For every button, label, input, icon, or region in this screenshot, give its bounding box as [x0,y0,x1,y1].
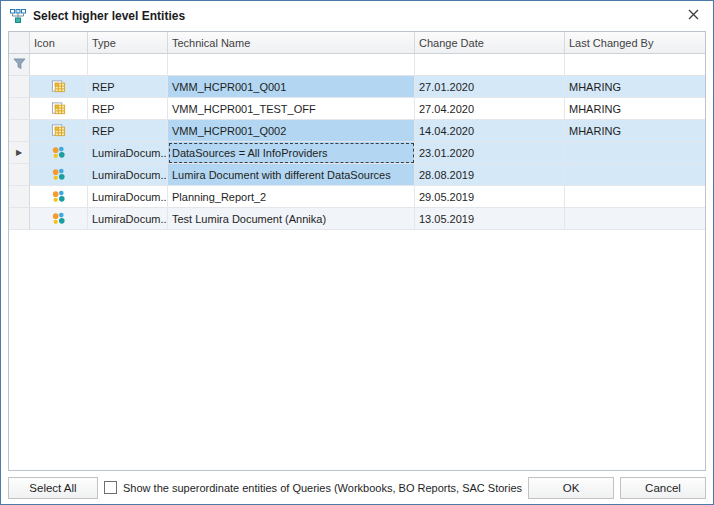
type-cell: REP [88,120,168,142]
table-row[interactable]: REPVMM_HCPR001_Q00127.01.2020MHARING [9,76,705,98]
column-header-technical-name[interactable]: Technical Name [168,32,415,53]
table-row[interactable]: REPVMM_HCPR001_Q00214.04.2020MHARING [9,120,705,142]
column-header-last-changed-by[interactable]: Last Changed By [565,32,705,53]
row-indicator [9,208,30,230]
table-row[interactable]: ▶LumiraDocum...DataSources = All InfoPro… [9,142,705,164]
change-date-cell: 29.05.2019 [415,186,565,208]
column-header-icon[interactable]: Icon [30,32,88,53]
entity-icon-cell [30,142,88,164]
lumira-icon [51,167,66,182]
select-all-button[interactable]: Select All [8,477,98,499]
entity-icon-cell [30,164,88,186]
current-row-arrow-icon: ▶ [16,149,22,157]
dialog-title: Select higher level Entities [33,9,675,23]
superordinate-checkbox[interactable] [104,481,117,494]
technical-name-cell[interactable]: VMM_HCPR001_Q001 [168,76,415,98]
technical-name-cell[interactable]: Lumira Document with different DataSourc… [168,164,415,186]
footer-bar: Select All Show the superordinate entiti… [1,471,713,504]
entity-icon-cell [30,98,88,120]
table-row[interactable]: REPVMM_HCPR001_TEST_OFF27.04.2020MHARING [9,98,705,120]
last-changed-by-cell: MHARING [565,76,705,98]
last-changed-by-cell [565,208,705,230]
close-button[interactable] [675,2,711,29]
technical-name-cell[interactable]: Test Lumira Document (Annika) [168,208,415,230]
select-entities-dialog: Select higher level Entities Icon Type T… [0,0,714,505]
row-indicator [9,98,30,120]
type-cell: LumiraDocum... [88,186,168,208]
ok-button[interactable]: OK [528,477,614,499]
grid-rows: REPVMM_HCPR001_Q00127.01.2020MHARINGREPV… [9,76,705,470]
last-changed-by-cell [565,164,705,186]
table-row[interactable]: LumiraDocum...Test Lumira Document (Anni… [9,208,705,230]
change-date-cell: 28.08.2019 [415,164,565,186]
header-indicator-cell [9,32,30,53]
report-icon [51,101,66,116]
entity-icon-cell [30,76,88,98]
type-cell: LumiraDocum... [88,208,168,230]
lumira-icon [51,189,66,204]
last-changed-by-cell: MHARING [565,120,705,142]
column-header-type[interactable]: Type [88,32,168,53]
table-row[interactable]: LumiraDocum...Lumira Document with diffe… [9,164,705,186]
lumira-icon [51,145,66,160]
entity-icon-cell [30,208,88,230]
change-date-cell: 23.01.2020 [415,142,565,164]
filter-input-last-changed-by[interactable] [565,54,705,75]
row-indicator [9,164,30,186]
change-date-cell: 14.04.2020 [415,120,565,142]
title-bar: Select higher level Entities [1,1,713,30]
entities-grid: Icon Type Technical Name Change Date Las… [8,31,706,471]
type-cell: REP [88,76,168,98]
technical-name-cell[interactable]: VMM_HCPR001_Q002 [168,120,415,142]
row-indicator [9,186,30,208]
filter-icon [13,58,26,72]
lumira-icon [51,211,66,226]
last-changed-by-cell: MHARING [565,98,705,120]
table-row[interactable]: LumiraDocum...Planning_Report_229.05.201… [9,186,705,208]
filter-input-technical-name[interactable] [168,54,414,75]
technical-name-cell[interactable]: DataSources = All InfoProviders [168,142,415,164]
hierarchy-icon [10,8,26,24]
filter-indicator-cell [9,54,30,75]
change-date-cell: 27.04.2020 [415,98,565,120]
row-indicator [9,120,30,142]
close-icon [688,9,699,23]
superordinate-checkbox-label: Show the superordinate entities of Queri… [123,482,522,494]
technical-name-cell[interactable]: Planning_Report_2 [168,186,415,208]
report-icon [51,123,66,138]
filter-row [9,54,705,76]
entity-icon-cell [30,120,88,142]
column-header-change-date[interactable]: Change Date [415,32,565,53]
filter-input-icon[interactable] [30,54,87,75]
grid-header-row: Icon Type Technical Name Change Date Las… [9,32,705,54]
entity-icon-cell [30,186,88,208]
row-indicator [9,76,30,98]
technical-name-cell[interactable]: VMM_HCPR001_TEST_OFF [168,98,415,120]
cancel-button[interactable]: Cancel [620,477,706,499]
type-cell: LumiraDocum... [88,164,168,186]
type-cell: REP [88,98,168,120]
filter-input-change-date[interactable] [415,54,564,75]
report-icon [51,79,66,94]
last-changed-by-cell [565,142,705,164]
type-cell: LumiraDocum... [88,142,168,164]
change-date-cell: 13.05.2019 [415,208,565,230]
filter-input-type[interactable] [88,54,167,75]
change-date-cell: 27.01.2020 [415,76,565,98]
last-changed-by-cell [565,186,705,208]
row-indicator: ▶ [9,142,30,164]
